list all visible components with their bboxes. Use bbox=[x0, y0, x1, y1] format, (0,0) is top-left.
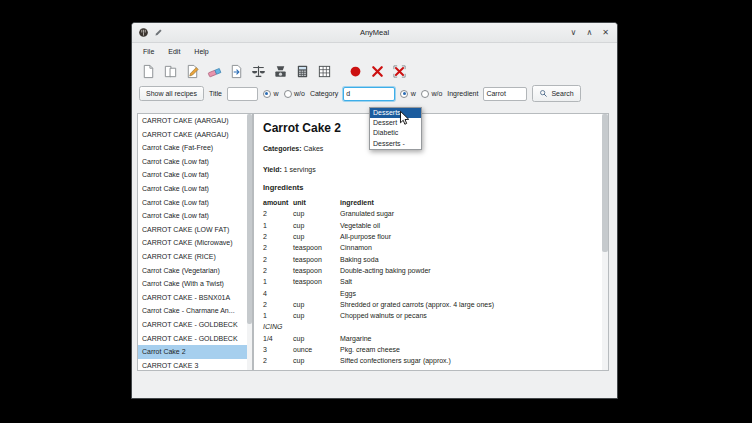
list-item[interactable]: CARROT CAKE - BSNX01A bbox=[138, 291, 247, 305]
ingredient-row: 1teaspoonVanilla extract bbox=[263, 366, 494, 371]
ingredient-cell: Cinnamon bbox=[340, 242, 494, 253]
dropdown-item[interactable]: Dessert bbox=[370, 118, 421, 128]
titlebar-icons bbox=[132, 27, 164, 38]
ingredient-filter-label: Ingredient bbox=[447, 90, 478, 97]
col-ingredient: ingredient bbox=[340, 197, 494, 208]
list-item[interactable]: Carrot Cake (Low fat) bbox=[138, 182, 247, 196]
title-with-radio[interactable]: w bbox=[263, 90, 279, 98]
scrollbar-thumb[interactable] bbox=[247, 114, 252, 324]
ingredients-table: amount unit ingredient 2cupGranulated su… bbox=[263, 197, 494, 371]
menu-help[interactable]: Help bbox=[187, 46, 215, 57]
erase-button[interactable] bbox=[205, 62, 223, 80]
edit-recipe-button[interactable] bbox=[183, 62, 201, 80]
new-recipe-button[interactable] bbox=[139, 62, 157, 80]
unit-cell bbox=[293, 287, 340, 298]
ingredient-section-row: ICING bbox=[263, 321, 494, 332]
list-item[interactable]: CARROT CAKE (Microwave) bbox=[138, 236, 247, 250]
ingredient-cell: Margarine bbox=[340, 333, 494, 344]
unit-cell: teaspoon bbox=[293, 242, 340, 253]
amount-cell: 2 bbox=[263, 265, 293, 276]
unit-cell: teaspoon bbox=[293, 253, 340, 264]
list-item[interactable]: CARROT CAKE 3 bbox=[138, 359, 247, 371]
unit-cell: teaspoon bbox=[293, 276, 340, 287]
recipe-list-scrollbar[interactable] bbox=[247, 114, 252, 370]
category-filter-label: Category bbox=[310, 90, 338, 97]
delete-recipe-icon bbox=[370, 64, 385, 79]
menu-file[interactable]: File bbox=[136, 46, 161, 57]
titlebar[interactable]: AnyMeal ∨ ∧ ✕ bbox=[132, 23, 617, 43]
col-amount: amount bbox=[263, 197, 293, 208]
search-icon bbox=[539, 89, 548, 98]
recipe-categories-line: Categories: Cakes bbox=[263, 145, 594, 152]
balance-scale-icon bbox=[251, 64, 266, 79]
dropdown-item[interactable]: Desserts - bbox=[370, 139, 421, 149]
delete-recipe-button[interactable] bbox=[368, 62, 386, 80]
menu-edit[interactable]: Edit bbox=[161, 46, 187, 57]
ingredient-row: 2cupShredded or grated carrots (approx. … bbox=[263, 299, 494, 310]
category-with-label: w bbox=[411, 90, 416, 97]
list-item[interactable]: Carrot Cake (Low fat) bbox=[138, 196, 247, 210]
ingredient-cell: Double-acting baking powder bbox=[340, 265, 494, 276]
title-without-radio[interactable]: w/o bbox=[284, 90, 305, 98]
desktop-background: AnyMeal ∨ ∧ ✕ FileEditHelp Show all reci… bbox=[0, 0, 752, 423]
recipe-list-panel: CARROT CAKE (AARGAU)CARROT CAKE (AARGAU)… bbox=[137, 113, 253, 371]
balance-scale-button[interactable] bbox=[249, 62, 267, 80]
yield-label: Yield: bbox=[263, 166, 282, 173]
category-dropdown: DessertsDessertDiabeticDesserts - bbox=[369, 107, 422, 150]
recipe-view-scrollbar[interactable] bbox=[602, 114, 608, 370]
minimize-button[interactable]: ∨ bbox=[571, 29, 577, 37]
category-filter-input[interactable] bbox=[343, 87, 395, 101]
ingredient-section-label: ICING bbox=[263, 321, 494, 332]
list-item[interactable]: Carrot Cake (Low fat) bbox=[138, 168, 247, 182]
mouse-cursor bbox=[399, 110, 410, 127]
scrollbar-thumb[interactable] bbox=[602, 114, 608, 252]
list-item[interactable]: CARROT CAKE (AARGAU) bbox=[138, 114, 247, 128]
list-item[interactable]: Carrot Cake (Low fat) bbox=[138, 155, 247, 169]
show-all-recipes-button[interactable]: Show all recipes bbox=[139, 86, 204, 101]
open-database-button[interactable] bbox=[161, 62, 179, 80]
unit-cell: cup bbox=[293, 299, 340, 310]
recipe-list: CARROT CAKE (AARGAU)CARROT CAKE (AARGAU)… bbox=[138, 114, 247, 371]
list-item[interactable]: Carrot Cake - Charmane An... bbox=[138, 304, 247, 318]
close-database-button[interactable] bbox=[390, 62, 408, 80]
ingredients-body: 2cupGranulated sugar1cupVegetable oil2cu… bbox=[263, 208, 494, 371]
category-without-radio[interactable]: w/o bbox=[421, 90, 442, 98]
search-button-label: Search bbox=[551, 90, 573, 97]
close-database-icon bbox=[392, 64, 407, 79]
list-item[interactable]: CARROT CAKE - GOLDBECK bbox=[138, 332, 247, 346]
list-item[interactable]: Carrot Cake 2 bbox=[138, 345, 247, 359]
close-button[interactable]: ✕ bbox=[602, 29, 609, 37]
recipe-yield-line: Yield: 1 servings bbox=[263, 166, 594, 173]
list-item[interactable]: CARROT CAKE - GOLDBECK bbox=[138, 318, 247, 332]
list-item[interactable]: Carrot Cake (Low fat) bbox=[138, 209, 247, 223]
export-recipe-button[interactable] bbox=[227, 62, 245, 80]
erase-icon bbox=[207, 64, 222, 79]
title-filter-input[interactable] bbox=[227, 87, 258, 101]
calculator-button[interactable] bbox=[293, 62, 311, 80]
radio-dot-icon bbox=[263, 90, 271, 98]
maximize-button[interactable]: ∧ bbox=[586, 29, 592, 37]
list-item[interactable]: CARROT CAKE (LOW FAT) bbox=[138, 223, 247, 237]
unit-cell: cup bbox=[293, 310, 340, 321]
list-item[interactable]: Carrot Cake (Fat-Free) bbox=[138, 141, 247, 155]
ingredient-row: 2cupAll-purpose flour bbox=[263, 231, 494, 242]
list-item[interactable]: Carrot Cake (Vegetarian) bbox=[138, 264, 247, 278]
pin-icon[interactable] bbox=[153, 27, 164, 38]
ingredient-row: 1cupVegetable oil bbox=[263, 220, 494, 231]
open-database-icon bbox=[163, 64, 178, 79]
dropdown-item[interactable]: Desserts bbox=[370, 108, 421, 118]
category-with-radio[interactable]: w bbox=[400, 90, 416, 98]
list-item[interactable]: CARROT CAKE (RICE) bbox=[138, 250, 247, 264]
list-item[interactable]: Carrot Cake (With a Twist) bbox=[138, 277, 247, 291]
search-button[interactable]: Search bbox=[532, 85, 580, 102]
dropdown-item[interactable]: Diabetic bbox=[370, 128, 421, 138]
nutrition-table-button[interactable] bbox=[315, 62, 333, 80]
edit-recipe-icon bbox=[185, 64, 200, 79]
list-item[interactable]: CARROT CAKE (AARGAU) bbox=[138, 128, 247, 142]
window-controls: ∨ ∧ ✕ bbox=[571, 29, 617, 37]
unit-cell: cup bbox=[293, 333, 340, 344]
ingredient-cell: Eggs bbox=[340, 287, 494, 298]
kitchen-scale-button[interactable] bbox=[271, 62, 289, 80]
record-button[interactable] bbox=[346, 62, 364, 80]
ingredient-filter-input[interactable] bbox=[483, 87, 527, 101]
